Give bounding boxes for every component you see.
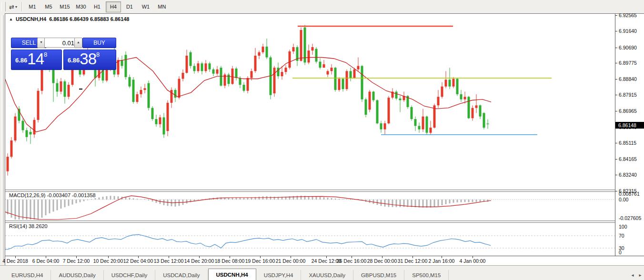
candle-bear bbox=[26, 130, 28, 137]
ohlc-open: 6.86186 bbox=[49, 16, 68, 22]
collapse-panel-icon[interactable]: ▲ bbox=[9, 17, 13, 21]
candle-bull bbox=[37, 91, 40, 120]
candle-bull bbox=[167, 103, 169, 131]
candle-bear bbox=[342, 79, 344, 89]
candle-bear bbox=[174, 90, 177, 98]
candle-bull bbox=[327, 71, 329, 74]
chart-tab-sp500-m15[interactable]: SP500,M15 bbox=[404, 270, 449, 280]
ask-quote-panel[interactable]: 6.86388 bbox=[63, 50, 116, 70]
candle-bear bbox=[418, 126, 421, 129]
ask-price-prefix: 6.86 bbox=[68, 57, 80, 64]
candle-bear bbox=[129, 77, 131, 87]
rsi-axis-label: 70 bbox=[619, 233, 624, 239]
candle-bear bbox=[266, 47, 268, 58]
time-tick-label: 21 Dec 00:00 bbox=[276, 258, 305, 264]
time-tick-label: 6 Dec 04:00 bbox=[32, 258, 60, 264]
timeframe-button-w1[interactable]: W1 bbox=[138, 1, 153, 12]
chart-tab-usdcad-daily[interactable]: USDCAD,Daily bbox=[155, 270, 208, 280]
chart-shift-button[interactable]: ⇄ ▾ bbox=[7, 1, 19, 12]
timeframe-button-h1[interactable]: H1 bbox=[90, 1, 105, 12]
chart-tab-xauusd-daily[interactable]: XAUUSD,Daily bbox=[301, 270, 353, 280]
time-tick-label: 18 Dec 08:00 bbox=[215, 258, 244, 264]
candle-bull bbox=[453, 79, 455, 86]
candle-bear bbox=[426, 117, 428, 133]
time-tick-label: 14 Dec 20:00 bbox=[184, 258, 214, 264]
candle-bear bbox=[399, 99, 402, 100]
timeframe-button-h4[interactable]: H4 bbox=[106, 1, 121, 12]
candle-bear bbox=[487, 124, 489, 124]
timeframe-button-m5[interactable]: M5 bbox=[41, 1, 56, 12]
toolbar-grip[interactable] bbox=[1, 2, 6, 11]
candle-bull bbox=[144, 88, 146, 90]
chart-tab-usdcnh-h4[interactable]: USDCNH,H4 bbox=[208, 269, 256, 280]
ask-price-sup: 8 bbox=[96, 51, 100, 58]
time-axis[interactable]: 4 Dec 20186 Dec 04:007 Dec 12:0010 Dec 2… bbox=[5, 256, 644, 266]
price-tick-mark bbox=[615, 143, 617, 143]
candle-bull bbox=[289, 51, 291, 68]
macd-label: MACD(12,26,9) bbox=[9, 192, 45, 198]
price-axis[interactable]: 6.925656.916406.906906.897756.888406.879… bbox=[615, 14, 644, 256]
time-tick-label: 4 Jan 00:00 bbox=[460, 258, 486, 264]
volume-increase-button[interactable]: ▲ bbox=[74, 38, 82, 48]
timeframe-button-m1[interactable]: M1 bbox=[25, 1, 40, 12]
tabs-scroll-left-icon[interactable]: ◂ bbox=[629, 270, 636, 280]
volume-input[interactable] bbox=[44, 38, 77, 48]
candle-bear bbox=[125, 55, 127, 77]
candle-bull bbox=[251, 71, 253, 78]
timeframe-button-mn[interactable]: MN bbox=[154, 1, 170, 12]
chevron-down-icon[interactable]: ▾ bbox=[15, 5, 17, 9]
candle-bear bbox=[201, 63, 203, 71]
candle-bear bbox=[304, 28, 306, 63]
candle-bear bbox=[212, 70, 215, 74]
chart-tab-audusd-daily[interactable]: AUDUSD,Daily bbox=[51, 270, 103, 280]
candle-bull bbox=[205, 63, 207, 71]
timeframe-button-d1[interactable]: D1 bbox=[122, 1, 137, 12]
candle-bear bbox=[209, 63, 211, 70]
macd-title: MACD(12,26,9) -0.003407 -0.001358 bbox=[9, 192, 96, 198]
candle-bull bbox=[338, 79, 341, 90]
candle-bear bbox=[132, 80, 135, 102]
candle-bull bbox=[430, 128, 432, 133]
chart-header: ▲USDCNH,H4 6.86186 6.86439 6.85883 6.861… bbox=[9, 16, 129, 22]
timeframe-button-m15[interactable]: M15 bbox=[57, 1, 72, 12]
time-tick-label: 2 Jan 16:00 bbox=[429, 258, 455, 264]
buy-button[interactable]: BUY bbox=[82, 38, 116, 48]
chart-tab-usdjpy-h4[interactable]: USDJPY,H4 bbox=[256, 270, 302, 280]
candle-bull bbox=[186, 56, 188, 73]
candle-bear bbox=[483, 113, 485, 128]
chart-tab-eurusd-h4[interactable]: EURUSD,H4 bbox=[4, 270, 51, 280]
candle-bull bbox=[216, 70, 219, 74]
candle-bull bbox=[10, 140, 13, 157]
chart-tab-usdchf-daily[interactable]: USDCHF,Daily bbox=[104, 270, 155, 280]
candle-bull bbox=[262, 47, 264, 52]
time-tick-label: 19 Dec 16:00 bbox=[245, 258, 275, 264]
candle-bull bbox=[445, 80, 447, 86]
timeframe-button-m30[interactable]: M30 bbox=[73, 1, 89, 12]
candle-bear bbox=[414, 119, 417, 126]
candle-bull bbox=[60, 81, 62, 92]
candle-bear bbox=[220, 68, 222, 86]
dock-strip bbox=[0, 13, 5, 265]
macd-pane-canvas[interactable] bbox=[5, 191, 615, 220]
candle-bull bbox=[475, 105, 478, 108]
price-tick-label: 6.87915 bbox=[619, 92, 637, 98]
candle-bull bbox=[14, 117, 17, 140]
candle-bear bbox=[243, 85, 245, 91]
candle-bull bbox=[331, 68, 333, 71]
candle-bear bbox=[479, 105, 482, 116]
ohlc-low: 6.85883 bbox=[90, 16, 109, 22]
tabs-scroll-right-icon[interactable]: ▸ bbox=[636, 270, 644, 280]
candle-bull bbox=[472, 108, 474, 119]
candle-bear bbox=[121, 60, 123, 66]
time-tick-label: 26 Dec 16:00 bbox=[337, 258, 366, 264]
candle-bear bbox=[163, 117, 165, 134]
candle-bear bbox=[372, 91, 375, 100]
rsi-pane-canvas[interactable] bbox=[5, 222, 615, 256]
chart-tab-gbpusd-m15[interactable]: GBPUSD,M15 bbox=[353, 270, 404, 280]
candle-bear bbox=[151, 108, 154, 119]
candle-bear bbox=[155, 119, 158, 124]
rsi-title: RSI(14) 38.2620 bbox=[9, 223, 48, 229]
bid-quote-panel[interactable]: 6.86148 bbox=[11, 50, 62, 70]
rsi-line bbox=[5, 234, 491, 250]
price-tick-label: 6.83240 bbox=[619, 172, 637, 178]
